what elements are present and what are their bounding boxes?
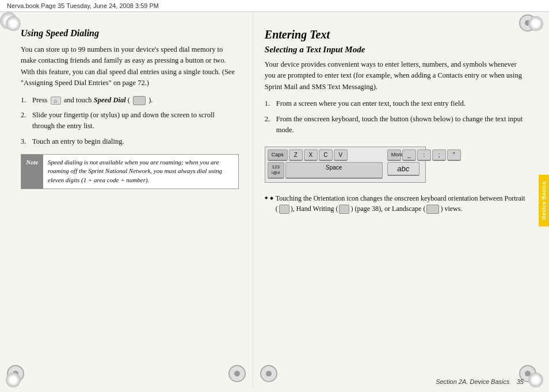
right-step-2-text: From the onscreen keyboard, touch the bu…: [276, 114, 526, 136]
key-caps[interactable]: Caps: [268, 149, 288, 161]
right-section-title: Entering Text: [265, 28, 526, 41]
header-text: Nerva.book Page 35 Tuesday, June 24, 200…: [7, 2, 159, 9]
orientation-bullet: ◆ Touching the Orientation icon changes …: [265, 193, 526, 214]
key-x[interactable]: X: [304, 149, 318, 161]
page-corner-br: [528, 372, 543, 387]
corner-bottom-right-l: [260, 365, 277, 382]
key-underscore[interactable]: _: [402, 149, 416, 161]
footer-page: 35: [517, 378, 524, 385]
page-corner-tl: [6, 16, 21, 31]
note-label: Note: [21, 155, 43, 189]
key-colon[interactable]: :: [417, 149, 431, 161]
keyboard-row-2: 123!@# Space: [268, 162, 383, 178]
key-semicolon[interactable]: ;: [432, 149, 446, 161]
sunburst-tr: [528, 16, 543, 31]
step-2: 2. Slide your fingertip (or stylus) up a…: [21, 110, 239, 132]
handwriting-icon: [339, 205, 349, 214]
step-3: 3. Touch an entry to begin dialing.: [21, 136, 239, 147]
keyboard-right-section: More _ : ; " abc: [387, 149, 423, 179]
step-1-num: 1.: [21, 95, 32, 106]
right-column: Entering Text Selecting a Text Input Mod…: [253, 12, 549, 389]
keyboard-row-1: Caps Z X C V: [268, 149, 383, 161]
corner-bottom-left-r: [228, 365, 246, 382]
home-icon: [51, 97, 61, 105]
left-section-title: Using Speed Dialing: [21, 28, 239, 39]
right-subsection-title: Selecting a Text Input Mode: [265, 45, 526, 55]
page-corner-tr: [528, 16, 543, 31]
step-1: 1. Press and touch Speed Dial ( ).: [21, 95, 239, 106]
right-step-1-text: From a screen where you can enter text, …: [276, 98, 466, 109]
corner-circle-brl: [260, 365, 277, 382]
note-box: Note Speed dialing is not available when…: [21, 154, 239, 190]
speed-dial-icon: [133, 96, 146, 105]
sunburst-br: [528, 372, 543, 387]
footer-text: Section 2A. Device Basics 35: [436, 378, 524, 385]
keyboard-inner: Caps Z X C V 123!@# Space More _: [268, 149, 423, 179]
right-step-2-num: 2.: [265, 114, 276, 136]
right-steps-list: 1. From a screen where you can enter tex…: [265, 98, 526, 135]
device-basics-tab: Device Basics: [539, 175, 549, 226]
right-step-1: 1. From a screen where you can enter tex…: [265, 98, 526, 109]
page-corner-bl: [6, 372, 21, 387]
keyboard-row-more: More _ : ; ": [387, 149, 423, 161]
sunburst-bl: [6, 372, 21, 387]
step-1-text: Press and touch Speed Dial ( ).: [32, 95, 152, 106]
key-z[interactable]: Z: [289, 149, 303, 161]
bullet-dot: ◆: [270, 195, 273, 214]
keyboard-left-section: Caps Z X C V 123!@# Space: [268, 149, 383, 179]
note-text: Speed dialing is not available when you …: [43, 155, 238, 189]
step-2-text: Slide your fingertip (or stylus) up and …: [32, 110, 239, 132]
step-3-text: Touch an entry to begin dialing.: [32, 136, 124, 147]
key-c[interactable]: C: [319, 149, 333, 161]
left-body-text: You can store up to 99 numbers in your d…: [21, 44, 239, 89]
step-3-num: 3.: [21, 136, 32, 147]
keyboard-diagram: Caps Z X C V 123!@# Space More _: [265, 147, 426, 182]
steps-list: 1. Press and touch Speed Dial ( ). 2. Sl…: [21, 95, 239, 147]
key-space[interactable]: Space: [285, 162, 383, 178]
key-quote[interactable]: ": [447, 149, 461, 161]
key-abc[interactable]: abc: [387, 162, 420, 176]
corner-circle-blr: [228, 365, 246, 382]
step-2-num: 2.: [21, 110, 32, 132]
bullet-text: Touching the Orientation icon changes th…: [276, 193, 526, 214]
portrait-icon: [279, 205, 289, 214]
footer-section: Section 2A. Device Basics: [436, 378, 509, 385]
sunburst-tl: [6, 16, 21, 31]
key-123[interactable]: 123!@#: [268, 162, 284, 178]
footer: Section 2A. Device Basics 35: [436, 377, 524, 386]
right-body-text: Your device provides convenient ways to …: [265, 59, 526, 93]
device-basics-label: Device Basics: [541, 181, 547, 220]
key-v[interactable]: V: [334, 149, 348, 161]
key-more[interactable]: More: [387, 149, 401, 161]
header-bar: Nerva.book Page 35 Tuesday, June 24, 200…: [0, 0, 549, 12]
right-step-1-num: 1.: [265, 98, 276, 109]
right-step-2: 2. From the onscreen keyboard, touch the…: [265, 114, 526, 136]
left-column: Using Speed Dialing You can store up to …: [0, 12, 253, 389]
keyboard-row-abc: abc: [387, 162, 423, 176]
main-content: Using Speed Dialing You can store up to …: [0, 12, 549, 389]
landscape-icon: [426, 205, 439, 214]
